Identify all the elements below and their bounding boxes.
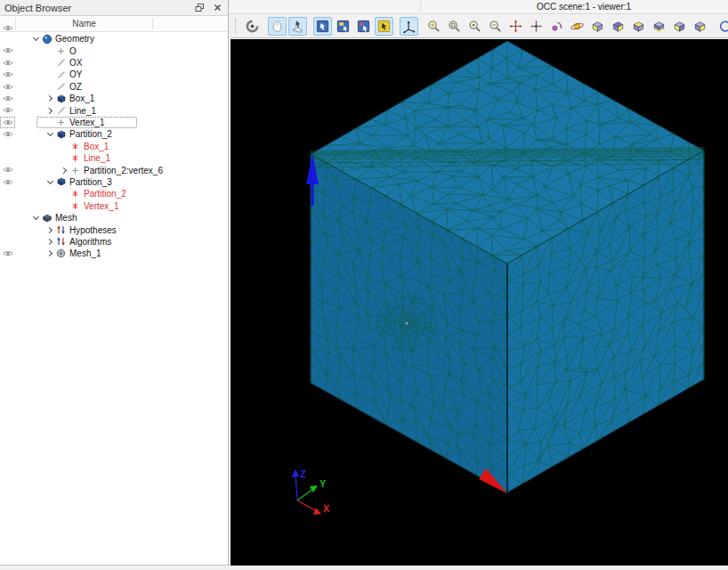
tree-indent	[16, 51, 44, 52]
tree-row-line-1[interactable]: Line_1	[0, 104, 228, 116]
tree-item-label: OY	[69, 69, 82, 80]
tree-row-box-1[interactable]: Box_1	[0, 141, 228, 152]
bottom-view-button[interactable]	[650, 17, 668, 36]
object-browser-panel: Object Browser Name GeometryOOXOYOZBox_1…	[0, 0, 229, 566]
tree-indent	[16, 146, 59, 147]
dynamic-highlight-button[interactable]	[375, 17, 393, 36]
viewer-title-bar[interactable]: OCC scene:1 - viewer:1	[231, 0, 728, 14]
enable-selection-button[interactable]	[334, 17, 352, 36]
expander-closed-icon[interactable]	[44, 248, 55, 259]
right-view-button[interactable]	[691, 17, 709, 36]
tree-item-label: OX	[69, 57, 82, 69]
viewer-canvas[interactable]: ZYX	[231, 39, 728, 566]
interaction-style-button[interactable]	[268, 17, 287, 36]
fit-all-button[interactable]	[425, 17, 443, 36]
tree-item-label: Partition_2	[69, 128, 112, 140]
tree-item-label: Partition_2:vertex_6	[84, 165, 163, 176]
tree-row-hypotheses[interactable]: Hypotheses	[0, 224, 228, 235]
tree-row-o[interactable]: O	[0, 45, 228, 56]
zoom-button[interactable]	[486, 17, 505, 36]
tree-item-label: Algorithms	[69, 236, 111, 248]
dump-view-button[interactable]	[243, 17, 262, 36]
box-icon	[55, 94, 67, 104]
tree-row-line-1[interactable]: Line_1	[0, 152, 228, 164]
expander-open-icon[interactable]	[44, 129, 55, 140]
algo-icon	[55, 236, 67, 247]
rotation-button[interactable]	[568, 17, 586, 36]
box-icon	[55, 129, 67, 140]
tree-row-partition-3[interactable]: Partition_3	[0, 176, 228, 188]
enable-preselection-button[interactable]	[313, 17, 332, 36]
expander-closed-icon[interactable]	[44, 105, 55, 116]
expander-spacer	[59, 141, 69, 151]
meshroot-icon	[41, 213, 53, 224]
selection-style-button[interactable]	[288, 17, 307, 36]
point-icon	[69, 165, 81, 175]
tree-row-partition-2-vertex-6[interactable]: Partition_2:vertex_6	[0, 164, 228, 175]
tree-row-vertex-1[interactable]: Vertex_1	[0, 200, 228, 212]
tree-row-geometry[interactable]: Geometry	[0, 33, 228, 45]
expander-closed-icon[interactable]	[44, 236, 55, 247]
front-view-button[interactable]	[588, 17, 607, 36]
expander-open-icon[interactable]	[44, 176, 55, 187]
tree-indent	[16, 241, 44, 242]
tree-row-vertex-1[interactable]: Vertex_1	[0, 117, 228, 128]
tree-row-ox[interactable]: OX	[0, 57, 228, 69]
viewer-title: OCC scene:1 - viewer:1	[537, 2, 631, 12]
selection-focus-rect	[36, 117, 137, 128]
box-icon	[55, 176, 67, 187]
tree-row-mesh-1[interactable]: Mesh_1	[0, 248, 228, 259]
name-column-header[interactable]: Name	[16, 19, 152, 28]
tree-row-oz[interactable]: OZ	[0, 81, 228, 93]
tree-item-label: OZ	[69, 81, 82, 93]
tree-indent	[16, 158, 59, 159]
refinement-vertex	[406, 322, 408, 324]
tree-row-oy[interactable]: OY	[0, 69, 228, 80]
tree-row-box-1[interactable]: Box_1	[0, 93, 228, 104]
expander-spacer	[44, 69, 55, 80]
expander-open-icon[interactable]	[30, 34, 41, 45]
axis-x-label: X	[323, 503, 330, 514]
axis-z-label: Z	[300, 468, 306, 479]
top-view-button[interactable]	[629, 17, 648, 36]
rotate-counterclockwise-button[interactable]	[716, 17, 728, 36]
line-icon	[55, 57, 67, 68]
expander-closed-icon[interactable]	[44, 94, 55, 104]
rotate-at-point-button[interactable]	[547, 17, 566, 36]
global-panning-button[interactable]	[527, 17, 546, 36]
tree-row-algorithms[interactable]: Algorithms	[0, 236, 228, 248]
object-browser-header: Object Browser	[0, 0, 228, 16]
line-icon	[55, 69, 67, 80]
axis-y-label: Y	[320, 478, 327, 489]
tree-indent	[16, 110, 44, 111]
show-trihedron-button[interactable]	[400, 17, 418, 36]
tree-indent	[16, 170, 59, 171]
standard-highlight-button[interactable]	[354, 17, 373, 36]
expander-closed-icon[interactable]	[44, 224, 55, 235]
expander-closed-icon[interactable]	[59, 165, 69, 175]
fit-selection-button[interactable]	[465, 17, 484, 36]
back-view-button[interactable]	[609, 17, 627, 36]
tree-row-partition-2[interactable]: Partition_2	[0, 188, 228, 200]
geometry-icon	[41, 34, 53, 45]
tree-item-label: Line_1	[69, 105, 96, 117]
viewer-toolbar	[231, 14, 728, 38]
tree-item-label: Box_1	[84, 141, 109, 152]
fit-area-button[interactable]	[445, 17, 464, 36]
expander-open-icon[interactable]	[30, 213, 41, 224]
ref-icon	[69, 141, 81, 151]
hypo-icon	[55, 224, 67, 235]
float-window-icon[interactable]	[194, 2, 206, 13]
toolbar-grip[interactable]	[235, 19, 239, 33]
tree-row-mesh[interactable]: Mesh	[0, 212, 228, 224]
tree-indent	[16, 134, 44, 134]
left-view-button[interactable]	[670, 17, 689, 36]
tree-row-partition-2[interactable]: Partition_2	[0, 128, 228, 140]
ref-icon	[69, 200, 81, 211]
expander-spacer	[59, 153, 69, 164]
expander-spacer	[59, 200, 69, 211]
tree-indent	[16, 206, 59, 207]
tree-indent	[16, 86, 44, 87]
panning-button[interactable]	[506, 17, 525, 36]
close-icon[interactable]	[212, 2, 223, 13]
